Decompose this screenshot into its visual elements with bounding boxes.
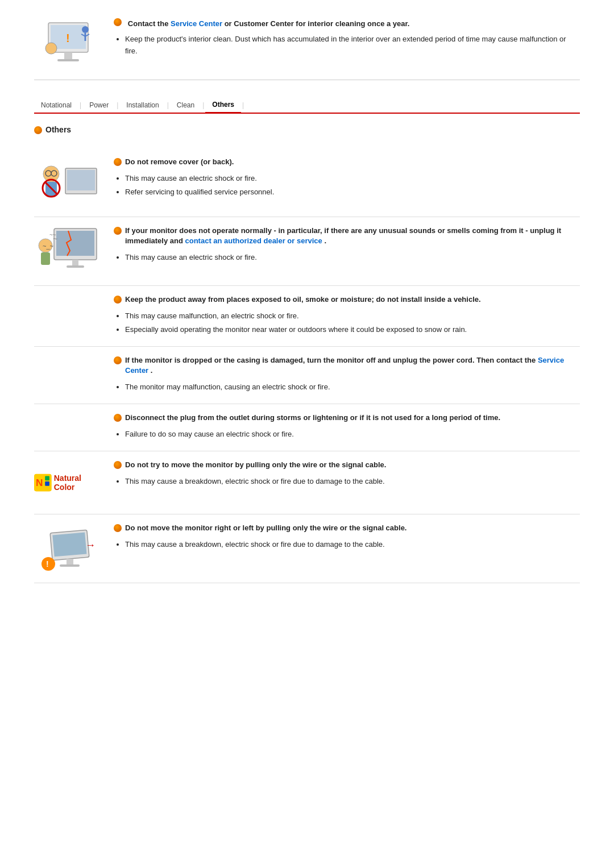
svg-rect-11: [67, 170, 95, 190]
item6-title-text: Do not try to move the monitor by pullin…: [125, 460, 386, 470]
item1-bullets: This may cause an electric shock or fire…: [114, 173, 580, 198]
nc-logo-text: Natural Color: [54, 474, 102, 492]
item7-bullets: This may cause a breakdown, electric sho…: [114, 539, 580, 551]
item3-bullet: [114, 296, 122, 304]
item3-title: Keep the product away from places expose…: [114, 294, 580, 305]
item2-content: If your monitor does not operate normall…: [114, 226, 580, 265]
item1-image: [34, 157, 102, 208]
item6-bullet-1: This may cause a breakdown, electric sho…: [125, 476, 580, 488]
item4-content: If the monitor is dropped or the casing …: [114, 355, 580, 393]
natural-color-logo: N Natural Color: [34, 474, 102, 492]
safety-item-6: N Natural Color Do not try to move the m…: [34, 451, 580, 514]
authorized-dealer-link[interactable]: contact an authorized dealer or service: [185, 236, 322, 245]
nav-sep-5: |: [241, 101, 245, 109]
item1-bullet-1: This may cause an electric shock or fire…: [125, 173, 580, 185]
item6-bullets: This may cause a breakdown, electric sho…: [114, 476, 580, 488]
tab-installation[interactable]: Installation: [119, 98, 165, 113]
item3-bullet-1: This may cause malfunction, an electric …: [125, 310, 580, 322]
item7-bullet: [114, 524, 122, 532]
top-bullet-1: Keep the product's interior clean. Dust …: [125, 34, 580, 57]
section-title: Others: [45, 125, 71, 134]
svg-rect-33: [52, 532, 86, 556]
svg-point-6: [82, 26, 89, 33]
top-notice-text: Contact the Service Center or Customer C…: [126, 19, 409, 28]
section-header: Others: [34, 125, 580, 134]
svg-text:!: !: [46, 559, 49, 568]
item5-bullet-1: Failure to do so may cause an electric s…: [125, 429, 580, 441]
nav-sep-1: |: [78, 101, 82, 109]
orange-bullet-top: [114, 19, 122, 28]
item3-bullets: This may cause malfunction, an electric …: [114, 310, 580, 336]
top-content: Contact the Service Center or Customer C…: [114, 17, 580, 59]
item7-bullet-1: This may cause a breakdown, electric sho…: [125, 539, 580, 551]
item2-bullet: [114, 227, 122, 235]
top-bullet-list: Keep the product's interior clean. Dust …: [114, 34, 580, 57]
svg-rect-21: [72, 260, 78, 265]
item1-bullet-2: Refer servicing to qualified service per…: [125, 186, 580, 198]
item4-bullets: The monitor may malfunction, causing an …: [114, 381, 580, 393]
item6-title: Do not try to move the monitor by pullin…: [114, 460, 580, 470]
item7-content: Do not move the monitor right or left by…: [114, 523, 580, 553]
item3-content: Keep the product away from places expose…: [114, 294, 580, 336]
nav-sep-4: |: [201, 101, 205, 109]
section-orange-bullet: [34, 126, 42, 134]
nav-sep-2: |: [115, 101, 119, 109]
svg-point-4: [45, 43, 57, 54]
item6-bullet: [114, 461, 122, 469]
top-notice-heading: Contact the Service Center or Customer C…: [114, 17, 580, 28]
safety-item-1: Do not remove cover (or back). This may …: [34, 148, 580, 217]
item7-title: Do not move the monitor right or left by…: [114, 523, 580, 533]
svg-rect-20: [56, 231, 94, 256]
svg-rect-22: [67, 265, 84, 268]
item1-title-text: Do not remove cover (or back).: [125, 157, 234, 167]
item5-content: Disconnect the plug from the outlet duri…: [114, 413, 580, 441]
safety-item-3: Keep the product away from places expose…: [34, 286, 580, 347]
svg-rect-30: [45, 476, 49, 480]
item5-title-text: Disconnect the plug from the outlet duri…: [125, 413, 500, 423]
item1-content: Do not remove cover (or back). This may …: [114, 157, 580, 200]
item5-bullets: Failure to do so may cause an electric s…: [114, 429, 580, 441]
monitor-tipping-illustration: ! →: [37, 523, 99, 574]
tab-power[interactable]: Power: [82, 98, 115, 113]
service-center-link-top[interactable]: Service Center: [171, 19, 222, 28]
item4-title: If the monitor is dropped or the casing …: [114, 355, 580, 376]
monitor-broken-illustration: ~_~ ~ ~~: [37, 226, 99, 277]
item3-bullet-2: Especially avoid operating the monitor n…: [125, 324, 580, 336]
item1-title: Do not remove cover (or back).: [114, 157, 580, 167]
item3-title-text: Keep the product away from places expose…: [125, 294, 481, 305]
no-cover-illustration: [37, 157, 99, 208]
item2-image: ~_~ ~ ~~: [34, 226, 102, 277]
item2-bullets: This may cause an electric shock or fire…: [114, 252, 580, 264]
svg-rect-3: [57, 59, 79, 61]
nav-sep-3: |: [166, 101, 170, 109]
safety-item-7: ! → Do not move the monitor right or lef…: [34, 514, 580, 583]
svg-rect-34: [67, 559, 73, 564]
top-section: ! Contact the Service Center or Customer…: [34, 17, 580, 80]
item7-image: ! →: [34, 523, 102, 574]
nc-logo-icon: N: [34, 474, 52, 492]
top-illustration: !: [37, 17, 99, 68]
nav-tabs: Notational | Power | Installation | Clea…: [34, 97, 580, 114]
item5-title: Disconnect the plug from the outlet duri…: [114, 413, 580, 423]
item5-bullet: [114, 414, 122, 422]
item4-bullet-1: The monitor may malfunction, causing an …: [125, 381, 580, 393]
svg-rect-35: [60, 564, 80, 567]
svg-rect-25: [41, 252, 50, 265]
item2-title: If your monitor does not operate normall…: [114, 226, 580, 246]
safety-item-2: ~_~ ~ ~~ If your monitor does not operat…: [34, 217, 580, 286]
item6-content: Do not try to move the monitor by pullin…: [114, 460, 580, 489]
svg-text:→: →: [85, 539, 96, 551]
item4-title-text: If the monitor is dropped or the casing …: [125, 355, 580, 376]
item2-title-text: If your monitor does not operate normall…: [125, 226, 580, 246]
item1-bullet: [114, 158, 122, 166]
svg-text:~~: ~~: [49, 232, 56, 238]
svg-rect-31: [45, 481, 49, 486]
svg-text:~_~: ~_~: [43, 243, 53, 250]
tab-clean[interactable]: Clean: [170, 98, 201, 113]
tab-notational[interactable]: Notational: [34, 98, 78, 113]
safety-item-5: Disconnect the plug from the outlet duri…: [34, 404, 580, 451]
tab-others[interactable]: Others: [205, 97, 241, 114]
item6-image: N Natural Color: [34, 460, 102, 505]
item2-bullet-1: This may cause an electric shock or fire…: [125, 252, 580, 264]
safety-item-4: If the monitor is dropped or the casing …: [34, 347, 580, 404]
